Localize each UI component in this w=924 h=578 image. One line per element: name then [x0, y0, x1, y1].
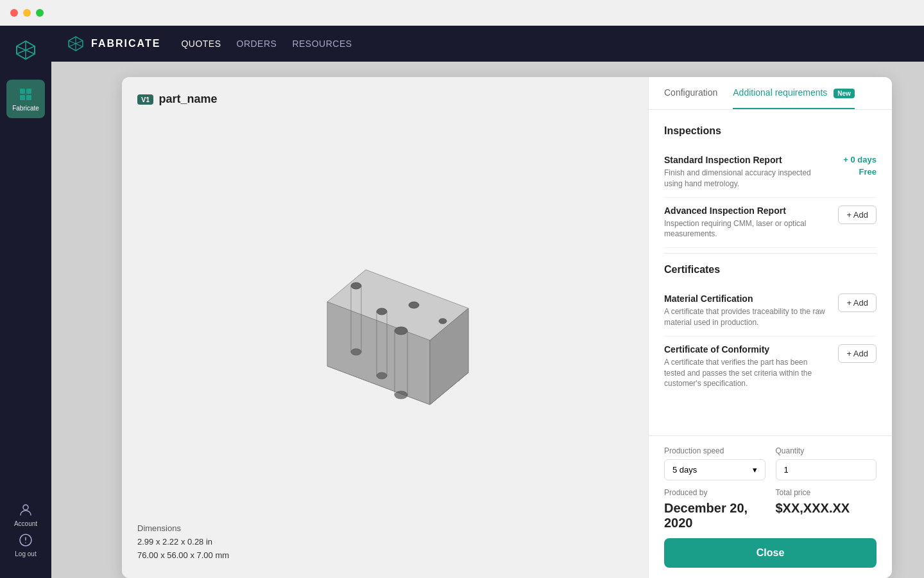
- dimensions-metric: 76.00 x 56.00 x 7.00 mm: [137, 549, 633, 563]
- main-panel: V1 part_name: [122, 77, 892, 578]
- tab-configuration[interactable]: Configuration: [664, 77, 717, 109]
- close-button[interactable]: Close: [664, 538, 877, 568]
- svg-point-12: [377, 308, 387, 315]
- part-header: V1 part_name: [137, 92, 633, 106]
- title-bar: [0, 0, 924, 26]
- inspections-section-title: Inspections: [664, 125, 877, 137]
- quantity-input[interactable]: [776, 459, 877, 480]
- inspection-text-advanced: Advanced Inspection Report Inspection re…: [664, 206, 825, 240]
- sidebar-bottom: Account Log out: [14, 502, 37, 568]
- dimensions-title: Dimensions: [137, 523, 633, 533]
- certificate-text-material: Material Certification A certificate tha…: [664, 293, 825, 328]
- svg-point-10: [351, 283, 361, 289]
- sidebar-item-fabricate-label: Fabricate: [12, 105, 39, 112]
- inspection-days-standard: + 0 days: [843, 155, 877, 164]
- part-3d-model: [289, 186, 481, 443]
- svg-point-16: [377, 372, 387, 379]
- chevron-down-icon: ▾: [753, 465, 757, 475]
- logout-label: Log out: [15, 550, 36, 557]
- inspection-action-advanced: + Add: [825, 206, 877, 224]
- panel-footer: Production speed 5 days ▾ Quantity: [649, 435, 892, 578]
- top-nav-links: QUOTES ORDERS RESOURCES: [181, 39, 352, 49]
- production-speed-select[interactable]: 5 days ▾: [664, 459, 766, 480]
- maximize-dot[interactable]: [36, 9, 44, 17]
- inspection-name-standard: Standard Inspection Report: [664, 155, 825, 165]
- certificate-desc-conformity: A certificate that verifies the part has…: [664, 357, 825, 389]
- main-content: FABRICATE QUOTES ORDERS RESOURCES V1 par…: [51, 26, 924, 578]
- total-price-value: $XX,XXX.XX: [776, 501, 877, 516]
- quantity-field: Quantity: [776, 446, 877, 480]
- certificate-name-material: Material Certification: [664, 293, 825, 304]
- produced-by-label: Produced by: [664, 488, 766, 497]
- total-price-label: Total price: [776, 488, 877, 497]
- svg-point-15: [351, 349, 361, 355]
- footer-row-2: Produced by December 20, 2020 Total pric…: [664, 488, 877, 530]
- svg-rect-3: [26, 95, 31, 100]
- nav-link-resources[interactable]: RESOURCES: [292, 39, 352, 49]
- section-divider-1: [664, 253, 877, 254]
- inspection-desc-standard: Finish and dimensional accuracy inspecte…: [664, 168, 825, 189]
- certificates-section-title: Certificates: [664, 264, 877, 276]
- add-advanced-inspection-button[interactable]: + Add: [838, 206, 877, 224]
- part-3d-view: [137, 116, 633, 513]
- certificate-action-conformity: + Add: [825, 344, 877, 363]
- top-nav: FABRICATE QUOTES ORDERS RESOURCES: [51, 26, 924, 62]
- sidebar: Fabricate Account Log out: [0, 26, 51, 578]
- nav-link-quotes[interactable]: QUOTES: [181, 39, 221, 49]
- inspection-text-standard: Standard Inspection Report Finish and di…: [664, 155, 825, 189]
- svg-point-14: [439, 319, 447, 324]
- close-dot[interactable]: [10, 9, 18, 17]
- nav-link-orders[interactable]: ORDERS: [237, 39, 277, 49]
- svg-point-4: [23, 505, 28, 510]
- svg-point-11: [409, 302, 419, 308]
- sidebar-item-fabricate[interactable]: Fabricate: [6, 80, 45, 118]
- config-panel: Configuration Additional requirements Ne…: [648, 77, 892, 578]
- production-speed-field: Production speed 5 days ▾: [664, 446, 766, 480]
- content-area: V1 part_name: [51, 62, 924, 578]
- svg-point-17: [395, 391, 407, 399]
- production-speed-value: 5 days: [672, 465, 697, 475]
- certificate-item-material: Material Certification A certificate tha…: [664, 286, 877, 337]
- part-viewer: V1 part_name: [122, 77, 648, 578]
- dimensions-imperial: 2.99 x 2.22 x 0.28 in: [137, 536, 633, 549]
- add-conformity-cert-button[interactable]: + Add: [838, 344, 877, 363]
- tab-additional-requirements[interactable]: Additional requirements New: [733, 77, 855, 109]
- add-material-cert-button[interactable]: + Add: [838, 293, 877, 312]
- sidebar-item-account[interactable]: Account: [14, 502, 37, 527]
- inspection-desc-advanced: Inspection requiring CMM, laser or optic…: [664, 218, 825, 240]
- brand: FABRICATE: [67, 35, 160, 53]
- svg-rect-2: [20, 95, 25, 100]
- certificate-action-material: + Add: [825, 293, 877, 312]
- sidebar-item-logout[interactable]: Log out: [15, 532, 36, 557]
- certificate-text-conformity: Certificate of Conformity A certificate …: [664, 344, 825, 389]
- inspection-name-advanced: Advanced Inspection Report: [664, 206, 825, 216]
- minimize-dot[interactable]: [23, 9, 31, 17]
- new-badge: New: [834, 89, 855, 98]
- sidebar-logo: [12, 36, 40, 64]
- footer-row-1: Production speed 5 days ▾ Quantity: [664, 446, 877, 480]
- inspection-action-standard: + 0 days Free: [825, 155, 877, 177]
- produced-by-field: Produced by December 20, 2020: [664, 488, 766, 530]
- part-name: part_name: [158, 92, 217, 106]
- inspection-item-advanced: Advanced Inspection Report Inspection re…: [664, 198, 877, 249]
- brand-name: FABRICATE: [91, 38, 160, 49]
- tab-bar: Configuration Additional requirements Ne…: [649, 77, 892, 110]
- produced-by-value: December 20, 2020: [664, 501, 766, 530]
- certificate-item-conformity: Certificate of Conformity A certificate …: [664, 337, 877, 397]
- inspection-price-standard: Free: [859, 167, 877, 177]
- certificate-desc-material: A certificate that provides traceability…: [664, 306, 825, 328]
- svg-point-13: [395, 327, 407, 335]
- account-label: Account: [14, 520, 37, 527]
- part-info: Dimensions 2.99 x 2.22 x 0.28 in 76.00 x…: [137, 513, 633, 563]
- certificate-name-conformity: Certificate of Conformity: [664, 344, 825, 355]
- total-price-field: Total price $XX,XXX.XX: [776, 488, 877, 530]
- panel-content: Inspections Standard Inspection Report F…: [649, 110, 892, 435]
- quantity-label: Quantity: [776, 446, 877, 455]
- svg-rect-0: [20, 89, 25, 94]
- svg-rect-1: [26, 89, 31, 94]
- version-badge: V1: [137, 94, 153, 105]
- inspection-item-standard: Standard Inspection Report Finish and di…: [664, 147, 877, 198]
- production-speed-label: Production speed: [664, 446, 766, 455]
